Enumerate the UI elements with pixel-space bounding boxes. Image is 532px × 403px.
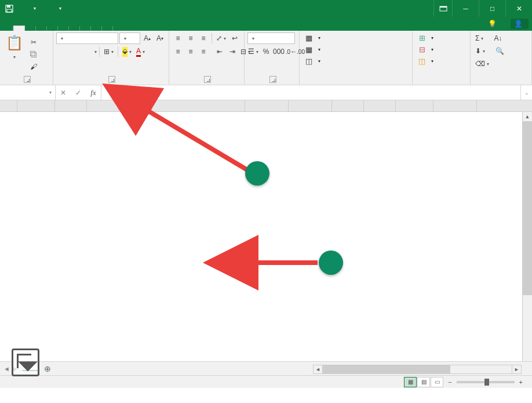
share-button[interactable]: 👤 (511, 19, 529, 29)
col-header-B[interactable] (55, 100, 87, 111)
normal-view-icon[interactable]: ▦ (404, 377, 417, 387)
tab-view[interactable] (80, 26, 91, 31)
number-format-dropdown[interactable] (247, 32, 295, 44)
enter-formula-icon[interactable]: ✓ (71, 89, 86, 97)
decrease-font-icon[interactable]: A▾ (154, 32, 166, 44)
font-launcher[interactable] (108, 76, 115, 83)
italic-button[interactable] (69, 46, 81, 57)
cancel-formula-icon[interactable]: ✕ (56, 89, 71, 97)
tab-abbyy[interactable] (91, 26, 102, 31)
ribbon-options-icon[interactable] (433, 0, 452, 17)
tab-acrobat[interactable] (102, 26, 113, 31)
conditional-formatting-button[interactable]: ▦▾ (303, 32, 409, 43)
formula-input[interactable] (101, 85, 520, 100)
scroll-right-icon[interactable]: ► (512, 365, 521, 373)
scroll-up-icon[interactable]: ▲ (523, 112, 532, 121)
col-header-G[interactable] (332, 100, 364, 111)
borders-icon[interactable]: ⊞ (102, 46, 115, 57)
close-button[interactable]: ✕ (505, 0, 532, 17)
sort-filter-icon[interactable]: A↓ (492, 32, 504, 44)
increase-font-icon[interactable]: A▴ (141, 32, 153, 44)
select-all-corner[interactable] (0, 100, 17, 111)
tab-formulas[interactable] (47, 26, 58, 31)
alignment-launcher[interactable] (204, 76, 211, 83)
redo-icon[interactable] (43, 4, 52, 13)
maximize-button[interactable]: □ (479, 0, 505, 17)
col-header-C[interactable] (87, 100, 119, 111)
name-box[interactable]: ▾ (0, 85, 56, 100)
minimize-button[interactable]: ─ (452, 0, 479, 17)
col-header-J[interactable] (433, 100, 477, 111)
align-center-icon[interactable]: ≡ (185, 46, 196, 57)
fx-icon[interactable]: fx (86, 88, 101, 97)
clear-icon[interactable]: ⌫ (473, 58, 491, 70)
undo-icon[interactable] (17, 4, 27, 13)
delete-cells-button[interactable]: ⊟▾ (416, 44, 467, 55)
cell-styles-button[interactable]: ◫▾ (303, 56, 409, 66)
tab-insert[interactable] (25, 26, 36, 31)
tab-review[interactable] (69, 26, 80, 31)
col-header-D[interactable] (119, 100, 245, 111)
page-layout-view-icon[interactable]: ▤ (417, 377, 430, 387)
increase-decimal-icon[interactable]: .0← (286, 46, 297, 57)
tab-home[interactable] (13, 26, 25, 31)
svg-rect-4 (440, 6, 447, 8)
orientation-icon[interactable]: ⤢ (214, 32, 228, 44)
tab-file[interactable] (2, 26, 13, 31)
formula-bar-expand-icon[interactable]: ⌄ (520, 85, 532, 100)
comma-icon[interactable]: 000 (273, 46, 285, 57)
underline-button[interactable] (82, 46, 93, 57)
hscroll-thumb[interactable] (323, 365, 450, 373)
col-header-E[interactable] (245, 100, 289, 111)
percent-icon[interactable]: % (260, 46, 272, 57)
save-icon[interactable] (5, 4, 14, 13)
wrap-text-icon[interactable]: ↩ (229, 32, 241, 44)
find-icon[interactable]: 🔍 (494, 45, 506, 57)
format-painter-icon[interactable]: 🖌 (28, 61, 39, 72)
font-size-dropdown[interactable] (119, 32, 140, 44)
vertical-scrollbar[interactable]: ▲ ▼ (522, 112, 532, 373)
svg-rect-2 (7, 9, 12, 12)
col-header-I[interactable] (396, 100, 433, 111)
fill-icon[interactable]: ⬇ (473, 45, 487, 57)
copy-icon[interactable]: ⿻ (28, 49, 39, 60)
fill-color-icon[interactable]: ⬙ (121, 46, 133, 57)
align-bottom-icon[interactable]: ≡ (198, 32, 209, 44)
autosum-icon[interactable]: Σ (473, 32, 485, 44)
title-bar: ▾ ▾ ─ □ ✕ (0, 0, 532, 17)
format-cells-button[interactable]: ◫▾ (416, 56, 467, 66)
accounting-format-icon[interactable]: ☰ (247, 46, 259, 57)
align-left-icon[interactable]: ≡ (172, 46, 184, 57)
sheet-nav-prev-icon[interactable]: ◄ (3, 365, 10, 372)
clipboard-launcher[interactable] (24, 76, 31, 83)
font-color-icon[interactable]: A (134, 46, 147, 57)
col-header-A[interactable] (17, 100, 55, 111)
font-name-dropdown[interactable] (56, 32, 118, 44)
name-box-dropdown-icon[interactable]: ▾ (49, 90, 52, 95)
zoom-slider[interactable] (457, 381, 515, 383)
zoom-in-icon[interactable]: + (519, 379, 523, 386)
format-as-table-button[interactable]: ▦▾ (303, 44, 409, 55)
horizontal-scrollbar[interactable]: ◄ ► (313, 365, 522, 374)
undo-dropdown-icon[interactable]: ▾ (30, 4, 39, 13)
zoom-out-icon[interactable]: − (448, 379, 451, 386)
bold-button[interactable] (56, 46, 68, 57)
align-right-icon[interactable]: ≡ (198, 46, 209, 57)
tab-page-layout[interactable] (36, 26, 47, 31)
tell-me-icon[interactable]: 💡 (488, 20, 497, 28)
col-header-H[interactable] (364, 100, 396, 111)
tab-data[interactable] (58, 26, 69, 31)
cut-icon[interactable]: ✂ (28, 37, 39, 48)
increase-indent-icon[interactable]: ⇥ (227, 46, 238, 57)
col-header-F[interactable] (289, 100, 332, 111)
qat-customize-icon[interactable]: ▾ (56, 4, 65, 13)
number-launcher[interactable] (269, 76, 276, 83)
insert-cells-button[interactable]: ⊞▾ (416, 32, 467, 43)
align-middle-icon[interactable]: ≡ (185, 32, 196, 44)
scroll-left-icon[interactable]: ◄ (314, 365, 323, 373)
paste-button[interactable]: 📋 ▾ (3, 32, 26, 76)
decrease-indent-icon[interactable]: ⇤ (214, 46, 225, 57)
vscroll-thumb[interactable] (523, 121, 532, 295)
page-break-view-icon[interactable]: ▭ (431, 377, 443, 387)
align-top-icon[interactable]: ≡ (172, 32, 184, 44)
